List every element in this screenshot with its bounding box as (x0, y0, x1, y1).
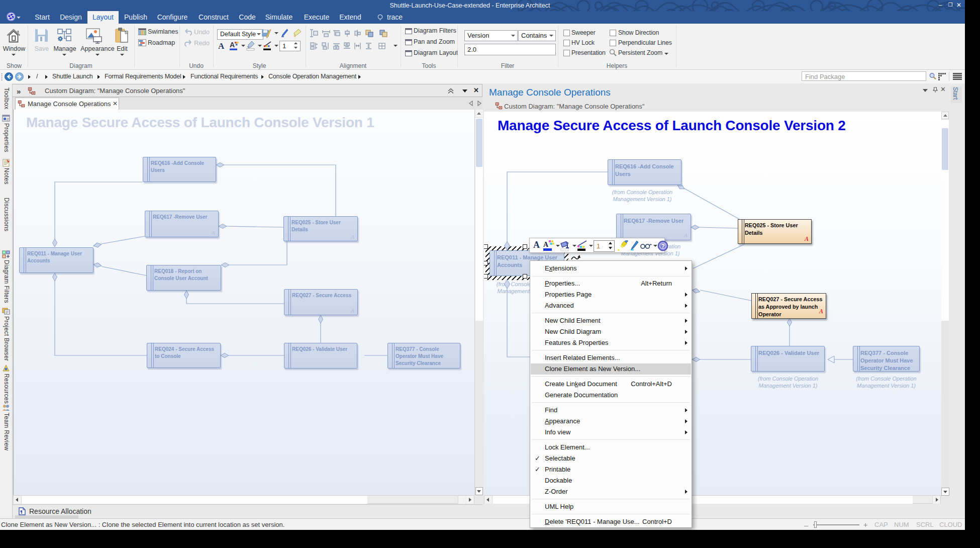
svg-text:A: A (543, 241, 549, 248)
svg-text:?: ? (661, 243, 665, 250)
svg-text:A: A (230, 41, 235, 49)
